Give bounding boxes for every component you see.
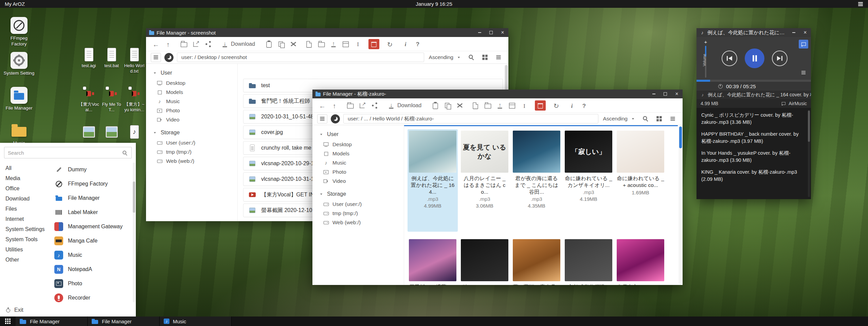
progress-bar[interactable]	[697, 80, 811, 82]
file-tile[interactable]: 嘘 _ HaniP cover...	[459, 238, 510, 285]
maximize-button[interactable]	[659, 90, 671, 98]
file-tile[interactable]: 「寂しい」 命に嫌われている _ カンザキイオリ... .mp3 4.19MB	[563, 129, 614, 232]
category-item[interactable]: Download	[0, 194, 52, 204]
path-input[interactable]: user: / Desktop / screenshot	[177, 53, 424, 62]
sidebar-item[interactable]: Music	[152, 97, 237, 106]
search-button[interactable]	[466, 53, 476, 62]
sidebar-section-storage[interactable]: Storage	[319, 191, 404, 197]
toolbar-button[interactable]	[328, 39, 339, 49]
window-titlebar[interactable]: File Manager - screenshot	[146, 28, 508, 37]
grid-view-button[interactable]	[654, 114, 664, 123]
category-item[interactable]: Files	[0, 204, 52, 214]
file-tile[interactable]: 忘却感傷代償講...	[563, 238, 614, 285]
toolbar-button[interactable]	[316, 39, 326, 49]
close-button[interactable]	[799, 28, 811, 37]
toolbar-button[interactable]	[203, 39, 213, 49]
sidebar-section-user[interactable]: User	[319, 131, 404, 137]
category-item[interactable]: Internet	[0, 214, 52, 224]
file-tile[interactable]: 薔と葉桜 _ 青大月...	[511, 238, 562, 285]
toolbar-button[interactable]	[304, 39, 314, 49]
category-item[interactable]: All	[0, 163, 52, 173]
toolbar-button[interactable]	[317, 100, 327, 111]
cast-button[interactable]	[799, 40, 808, 49]
previous-button[interactable]	[722, 51, 737, 66]
app-list-item[interactable]: Music	[52, 248, 136, 262]
path-input[interactable]: user: / ... / Hello World / 柘榴-zakuro-	[343, 114, 598, 123]
sidebar-item[interactable]: Video	[152, 115, 237, 124]
sidebar-item[interactable]: Models	[319, 149, 404, 158]
taskbar-task[interactable]: File Manager	[16, 317, 88, 326]
list-view-button[interactable]	[668, 114, 678, 123]
desktop-icon[interactable]: File Manager	[3, 87, 35, 122]
desktop-file-icon[interactable]: test.agi	[77, 47, 100, 86]
close-button[interactable]	[497, 28, 508, 37]
refresh-button[interactable]	[551, 100, 561, 111]
scrollbar-thumb[interactable]	[679, 127, 682, 148]
brand-label[interactable]: My ArOZ	[0, 1, 25, 7]
scrollbar[interactable]	[679, 126, 682, 284]
scrollbar[interactable]	[808, 110, 810, 197]
app-launcher-button[interactable]	[0, 317, 16, 326]
playlist-item[interactable]: KING _ Kanaria cover. by 柘榴-zakuro-.mp3 …	[700, 166, 806, 185]
theme-toggle-button[interactable]	[331, 114, 340, 123]
menu-icon[interactable]	[857, 1, 864, 7]
toolbar-button[interactable]	[579, 100, 589, 111]
view-toggle-button[interactable]	[317, 114, 327, 123]
category-item[interactable]: Other	[0, 255, 52, 265]
toolbar-button[interactable]	[179, 39, 189, 49]
maximize-button[interactable]	[485, 28, 497, 37]
toolbar-button[interactable]	[191, 39, 201, 49]
scrollbar[interactable]	[133, 162, 135, 302]
file-tile[interactable]: 命に嫌われている _ + acoustic co... 1.69MB	[615, 129, 666, 232]
toolbar-button[interactable]	[341, 39, 351, 49]
delete-button[interactable]	[535, 100, 546, 111]
view-toggle-button[interactable]	[151, 53, 161, 62]
scrollbar-thumb[interactable]	[808, 111, 810, 142]
toolbar-button[interactable]	[442, 100, 453, 111]
pause-button[interactable]	[745, 49, 764, 68]
taskbar-task[interactable]: Music	[160, 317, 232, 326]
sidebar-item[interactable]: Web (web:/)	[152, 156, 237, 166]
theme-toggle-button[interactable]	[164, 53, 174, 62]
sidebar-item[interactable]: Web (web:/)	[319, 218, 404, 227]
app-list-item[interactable]: Manga Cafe	[52, 234, 136, 248]
category-item[interactable]: Media	[0, 173, 52, 184]
toolbar-button[interactable]	[357, 100, 367, 111]
volume-slider[interactable]: + Volume	[699, 39, 712, 78]
toolbar-button[interactable]	[413, 39, 423, 49]
sidebar-item[interactable]: Photo	[152, 106, 237, 115]
toolbar-button[interactable]	[353, 39, 363, 49]
download-button[interactable]: Download	[385, 100, 425, 111]
search-icon[interactable]	[122, 150, 128, 156]
sidebar-item[interactable]: tmp (tmp:/)	[152, 147, 237, 156]
desktop-file-icon[interactable]: Hello World.txt	[123, 47, 146, 86]
playlist-menu-button[interactable]	[799, 69, 808, 76]
scrollbar-thumb[interactable]	[133, 181, 135, 213]
app-list-item[interactable]: Photo	[52, 276, 136, 291]
toolbar-button[interactable]	[264, 39, 274, 49]
grid-view-button[interactable]	[480, 53, 490, 62]
toolbar-button[interactable]	[455, 100, 465, 111]
taskbar-task[interactable]: File Manager	[88, 317, 160, 326]
desktop-icon[interactable]: System Setting	[3, 52, 35, 87]
playlist-item[interactable]: In Your Hands _ yusukeP cover. by 柘榴-zak…	[700, 147, 806, 166]
toolbar-button[interactable]	[288, 39, 299, 49]
minimize-button[interactable]	[648, 90, 659, 98]
toolbar-button[interactable]	[345, 100, 355, 111]
next-button[interactable]	[772, 51, 788, 66]
file-tile[interactable]: 夏を見て いるかな 八月のレイニー _ はるまきごはん co... .mp3 3…	[459, 129, 510, 232]
refresh-button[interactable]	[385, 39, 395, 49]
sidebar-item[interactable]: Models	[152, 88, 237, 97]
toolbar-button[interactable]	[400, 39, 411, 49]
sidebar-section-user[interactable]: User	[152, 70, 237, 76]
file-tile[interactable]: 四季折々に揺蕩い...	[408, 238, 458, 285]
window-titlebar[interactable]: File Manager - 柘榴-zakuro-	[312, 90, 683, 98]
sidebar-item[interactable]: Desktop	[152, 78, 237, 88]
desktop-file-icon[interactable]: Fly Me To T...	[100, 86, 123, 125]
desktop-file-icon[interactable]: 【東方】~yu kimin...	[123, 86, 146, 125]
sort-select[interactable]: Ascending	[429, 54, 462, 60]
toolbar-button[interactable]	[507, 100, 517, 111]
sidebar-item[interactable]: Music	[319, 158, 404, 167]
app-list-item[interactable]: NotepadA	[52, 262, 136, 276]
app-list-item[interactable]: Dummy	[52, 162, 136, 177]
